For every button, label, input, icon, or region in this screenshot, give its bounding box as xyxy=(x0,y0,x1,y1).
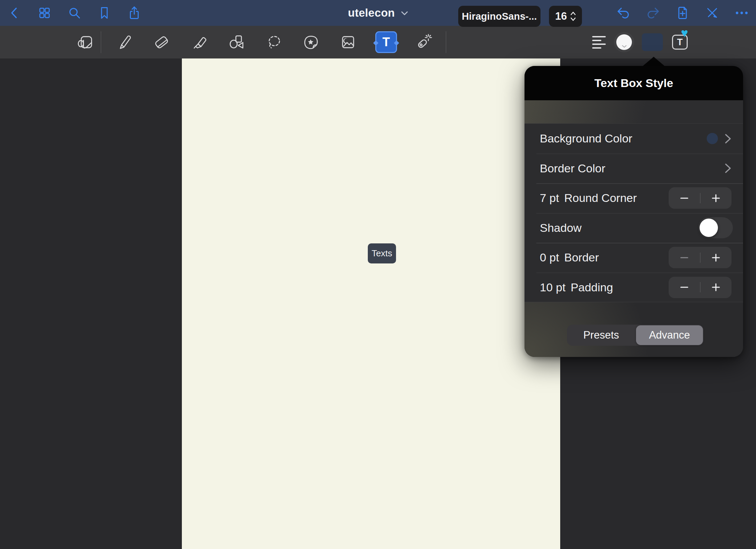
document-title: utelecon xyxy=(348,6,395,19)
toggle-knob xyxy=(700,219,718,237)
row-label: Border Color xyxy=(540,162,605,175)
chevron-right-icon xyxy=(724,133,732,144)
border-color-row[interactable]: Border Color xyxy=(525,154,743,184)
shapes-icon[interactable] xyxy=(227,33,246,52)
minus-button[interactable] xyxy=(669,247,700,268)
text-box-content: Texts xyxy=(372,248,392,259)
pen-icon[interactable] xyxy=(115,33,134,52)
background-color-row[interactable]: Background Color xyxy=(525,124,743,154)
row-label: Background Color xyxy=(540,132,632,145)
row-label: Border xyxy=(564,251,599,264)
style-settings-list: Background Color Border Color 7 pt xyxy=(525,123,743,302)
redo-icon[interactable] xyxy=(645,5,661,21)
popover-header: Text Box Style xyxy=(525,66,743,100)
font-size-stepper[interactable]: 16 xyxy=(549,6,582,27)
plus-button[interactable] xyxy=(701,187,732,209)
border-width-row: 0 pt Border xyxy=(525,243,743,273)
padding-row: 10 pt Padding xyxy=(525,273,743,303)
highlighter-icon[interactable] xyxy=(190,33,209,52)
app-screen: utelecon xyxy=(0,0,756,549)
text-color-white xyxy=(616,34,632,50)
reader-mode-icon[interactable] xyxy=(76,33,95,52)
minus-button[interactable] xyxy=(669,277,700,298)
popover-title: Text Box Style xyxy=(595,76,673,90)
plus-button[interactable] xyxy=(701,247,732,268)
round-corner-value: 7 pt xyxy=(540,191,559,205)
text-background-color-swatch[interactable] xyxy=(642,33,663,51)
row-label: Round Corner xyxy=(564,191,637,205)
popover-footer: Presets Advance xyxy=(525,302,743,357)
minus-button[interactable] xyxy=(669,187,700,209)
lasso-icon[interactable] xyxy=(264,33,284,52)
toolbar-separator xyxy=(446,31,446,53)
favorite-heart-icon: ♥ xyxy=(681,27,688,39)
font-size-value: 16 xyxy=(555,10,567,22)
undo-icon[interactable] xyxy=(616,5,631,21)
background-color-current-swatch xyxy=(707,133,718,144)
text-tool-glyph: T xyxy=(382,35,390,49)
image-icon[interactable] xyxy=(339,33,358,52)
tab-advance[interactable]: Advance xyxy=(635,325,704,346)
sticker-icon[interactable] xyxy=(302,33,321,52)
notebook-page[interactable]: Texts xyxy=(182,58,560,549)
tab-label: Presets xyxy=(583,329,619,341)
more-icon[interactable] xyxy=(734,5,750,21)
round-corner-stepper xyxy=(669,187,732,209)
shadow-row: Shadow xyxy=(525,213,743,243)
chevron-down-icon xyxy=(401,11,408,17)
tab-label: Advance xyxy=(649,329,690,341)
border-width-value: 0 pt xyxy=(540,251,559,264)
padding-value: 10 pt xyxy=(540,281,566,294)
eraser-icon[interactable] xyxy=(152,33,171,52)
topbar-right-group xyxy=(616,0,750,26)
top-navigation-bar: utelecon xyxy=(0,0,756,26)
chevron-down-icon xyxy=(622,45,627,48)
presets-advance-segmented-control: Presets Advance xyxy=(567,325,704,346)
font-family-button[interactable]: HiraginoSans-... xyxy=(458,6,540,27)
popover-preview-band xyxy=(525,100,743,123)
plus-button[interactable] xyxy=(701,277,732,298)
padding-stepper xyxy=(669,277,732,298)
text-box-style-popover: Text Box Style Background Color Border C… xyxy=(525,66,743,357)
up-down-chevrons-icon xyxy=(570,11,576,21)
text-align-button[interactable] xyxy=(592,35,607,50)
text-tool-button[interactable]: T xyxy=(375,31,397,53)
row-label: Padding xyxy=(571,281,613,294)
border-width-stepper xyxy=(669,247,732,268)
font-family-label: HiraginoSans-... xyxy=(462,11,537,22)
text-color-swatch[interactable] xyxy=(614,32,634,52)
pencil-cross-icon[interactable] xyxy=(704,5,720,21)
chevron-right-icon xyxy=(724,162,732,174)
laser-pointer-icon[interactable] xyxy=(414,33,433,52)
toolbar-separator xyxy=(101,31,101,53)
tab-presets[interactable]: Presets xyxy=(567,325,635,346)
round-corner-row: 7 pt Round Corner xyxy=(525,183,743,213)
popover-arrow xyxy=(642,57,665,66)
shadow-toggle[interactable] xyxy=(698,217,733,238)
add-page-icon[interactable] xyxy=(675,5,690,21)
row-label: Shadow xyxy=(540,221,582,235)
text-box-object[interactable]: Texts xyxy=(368,243,396,263)
